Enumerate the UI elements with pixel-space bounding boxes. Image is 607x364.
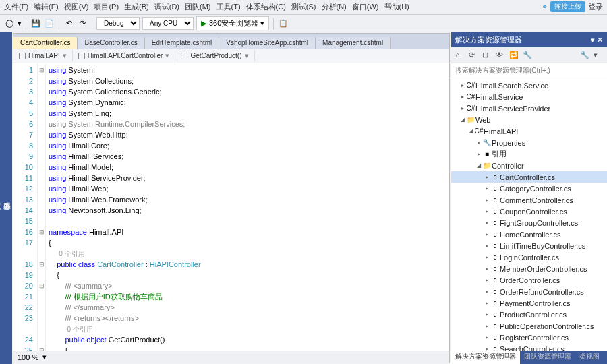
tree-node[interactable]: ▸C#Himall.Service bbox=[451, 91, 607, 102]
line-numbers: 1234567891011121314151617181920212223242… bbox=[13, 63, 38, 351]
toolbar: ◯ ▾ 💾 📄 ↶ ↷ Debug Any CPU ▶360安全浏览器 ▾ 📋 bbox=[0, 15, 607, 32]
platform-select[interactable]: Any CPU bbox=[142, 17, 194, 30]
panel-tab[interactable]: 解决方案资源管理器 bbox=[451, 351, 520, 364]
menu-bar: 文件(F)编辑(E)视图(V)项目(P)生成(B)调试(D)团队(M)工具(T)… bbox=[0, 0, 607, 15]
panel-title: 解决方案资源管理器 ▾ ✕ bbox=[451, 32, 607, 47]
tree-node[interactable]: ▸cCommentController.cs bbox=[451, 194, 607, 206]
file-tab[interactable]: CartController.cs bbox=[13, 37, 78, 49]
upload-badge[interactable]: 连接上传 bbox=[550, 1, 585, 12]
nav-crumb[interactable]: Himall.API▾ bbox=[13, 50, 73, 61]
menu-item[interactable]: 体系结构(C) bbox=[246, 2, 286, 12]
nav-bar: Himall.API▾Himall.API.CartController▾Get… bbox=[13, 49, 449, 63]
menu-item[interactable]: 测试(S) bbox=[291, 2, 316, 12]
back-arrow-icon[interactable]: ▾ bbox=[18, 19, 22, 28]
file-tab[interactable]: BaseController.cs bbox=[78, 37, 144, 49]
save-all-icon[interactable]: 📄 bbox=[44, 18, 55, 29]
tree-node[interactable]: ▸cProductController.cs bbox=[451, 309, 607, 320]
file-tab[interactable]: VshopHomeSiteApp.cshtml bbox=[219, 37, 316, 49]
file-tabs: CartController.csBaseController.csEditTe… bbox=[13, 34, 449, 49]
sync-icon: ⟳ bbox=[469, 51, 478, 60]
menu-item[interactable]: 工具(T) bbox=[216, 2, 241, 12]
search-box[interactable] bbox=[451, 63, 607, 78]
start-button[interactable]: ▶360安全浏览器 ▾ bbox=[196, 16, 269, 30]
nav-crumb[interactable]: Himall.API.CartController▾ bbox=[73, 50, 176, 61]
source-text[interactable]: using System;using System.Collections;us… bbox=[46, 63, 449, 351]
menu-item[interactable]: 帮助(H) bbox=[384, 2, 409, 12]
account-area: ⚭ 连接上传 登录 bbox=[542, 1, 603, 12]
tree-node[interactable]: ▸cCategoryController.cs bbox=[451, 183, 607, 194]
menu-item[interactable]: 窗口(W) bbox=[352, 2, 379, 12]
tree-node[interactable]: ▸cCartController.cs bbox=[451, 171, 607, 183]
solution-tree[interactable]: ▸C#Himall.Search.Service▸C#Himall.Servic… bbox=[451, 78, 607, 351]
link-icon: ⚭ bbox=[542, 3, 548, 11]
refresh-icon: 🔁 bbox=[509, 51, 519, 60]
filter-icon: ▾ bbox=[594, 51, 603, 60]
panel-dropdown-icon[interactable]: ▾ ✕ bbox=[591, 36, 603, 44]
fold-margin[interactable]: ⊟⊟⊟⊟⊟ bbox=[38, 63, 46, 351]
tree-node[interactable]: ▸cLimitTimeBuyController.cs bbox=[451, 240, 607, 251]
home-icon: ⌂ bbox=[455, 51, 465, 60]
menu-item[interactable]: 生成(B) bbox=[124, 2, 149, 12]
tree-node[interactable]: ▸🔧Properties bbox=[451, 137, 607, 148]
code-area[interactable]: 1234567891011121314151617181920212223242… bbox=[13, 63, 449, 351]
tree-node[interactable]: ▸cLoginController.cs bbox=[451, 251, 607, 263]
login-link[interactable]: 登录 bbox=[588, 2, 603, 12]
menu-item[interactable]: 调试(D) bbox=[154, 2, 179, 12]
tool-icon[interactable]: 📋 bbox=[278, 18, 289, 29]
file-tab[interactable]: EditTemplate.cshtml bbox=[145, 37, 219, 49]
menu-item[interactable]: 项目(P) bbox=[94, 2, 119, 12]
left-tool-strip[interactable]: 服务器 数据源 工具箱 bbox=[0, 32, 12, 364]
tree-node[interactable]: ▸cOrderController.cs bbox=[451, 274, 607, 286]
panel-tab[interactable]: 类视图 bbox=[575, 351, 604, 364]
menu-item[interactable]: 编辑(E) bbox=[34, 2, 59, 12]
menu-item[interactable]: 文件(F) bbox=[4, 2, 28, 12]
tree-node[interactable]: ▸C#Himall.ServiceProvider bbox=[451, 102, 607, 114]
menu-item[interactable]: 团队(M) bbox=[185, 2, 211, 12]
panel-tabs[interactable]: 解决方案资源管理器团队资源管理器类视图 bbox=[451, 351, 607, 364]
tree-node[interactable]: ◢C#Himall.API bbox=[451, 125, 607, 137]
tree-node[interactable]: ▸cMemberOrderController.cs bbox=[451, 263, 607, 274]
save-icon[interactable]: 💾 bbox=[30, 18, 41, 29]
tree-node[interactable]: ▸cOrderRefundController.cs bbox=[451, 286, 607, 297]
props-icon: 🔧 bbox=[523, 51, 532, 60]
tree-node[interactable]: ▸cFightGroupController.cs bbox=[451, 217, 607, 229]
tree-node[interactable]: ▸cRegisterController.cs bbox=[451, 332, 607, 343]
search-input[interactable] bbox=[451, 63, 607, 78]
redo-icon[interactable]: ↷ bbox=[77, 18, 88, 29]
wrench-icon: 🔧 bbox=[580, 51, 589, 60]
tree-node[interactable]: ◢📁Web bbox=[451, 114, 607, 125]
solution-explorer: 解决方案资源管理器 ▾ ✕ ⌂⟳ ⊟👁 🔁🔧 🔧▾ ▸C#Himall.Sear… bbox=[451, 32, 607, 364]
editor-status: 100 %▾ bbox=[13, 351, 449, 363]
menu-item[interactable]: 视图(V) bbox=[64, 2, 89, 12]
tree-node[interactable]: ▸cPaymentController.cs bbox=[451, 297, 607, 309]
tree-node[interactable]: ▸cHomeController.cs bbox=[451, 229, 607, 240]
panel-tab[interactable]: 团队资源管理器 bbox=[520, 351, 575, 364]
tree-node[interactable]: ▸cCouponController.cs bbox=[451, 206, 607, 217]
tree-node[interactable]: ▸cPublicOperationController.cs bbox=[451, 320, 607, 332]
tree-node[interactable]: ▸■引用 bbox=[451, 148, 607, 160]
tree-node[interactable]: ◢📁Controller bbox=[451, 160, 607, 171]
file-tab[interactable]: Management.cshtml bbox=[316, 37, 391, 49]
panel-toolbar[interactable]: ⌂⟳ ⊟👁 🔁🔧 🔧▾ bbox=[451, 47, 607, 63]
code-editor: CartController.csBaseController.csEditTe… bbox=[13, 33, 450, 363]
nav-crumb[interactable]: GetCartProduct()▾ bbox=[175, 50, 254, 61]
tree-node[interactable]: ▸C#Himall.Search.Service bbox=[451, 80, 607, 91]
menu-item[interactable]: 分析(N) bbox=[322, 2, 347, 12]
collapse-icon: ⊟ bbox=[482, 51, 492, 60]
tree-node[interactable]: ▸cSearchController.cs bbox=[451, 343, 607, 351]
show-icon: 👁 bbox=[496, 51, 505, 60]
config-select[interactable]: Debug bbox=[96, 17, 140, 30]
undo-icon[interactable]: ↶ bbox=[63, 18, 74, 29]
back-icon[interactable]: ◯ bbox=[4, 18, 15, 29]
